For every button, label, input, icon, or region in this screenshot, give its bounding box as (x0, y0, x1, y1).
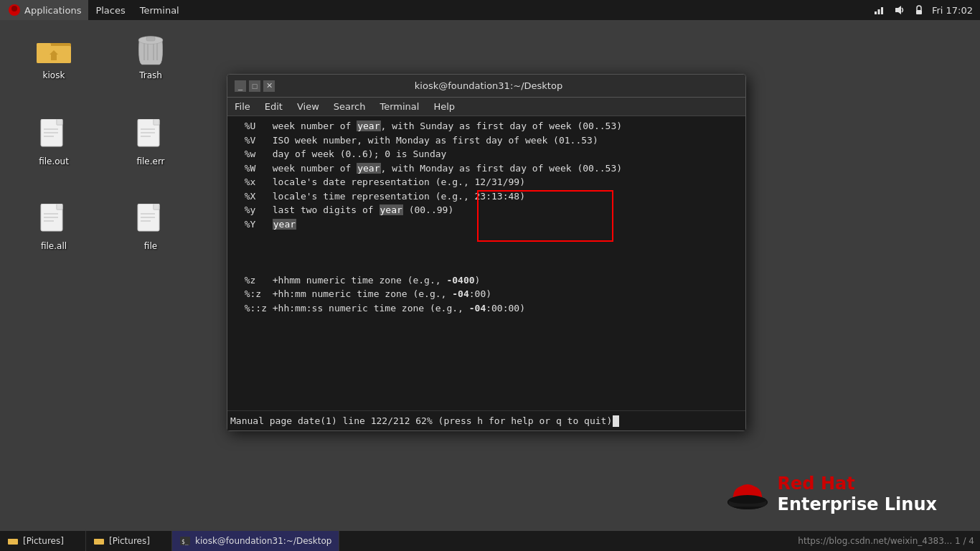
highlight-year-8: year (273, 219, 296, 230)
window-close-button[interactable]: ✕ (263, 80, 275, 92)
terminal-menubar: File Edit View Search Terminal Help (227, 98, 745, 116)
window-maximize-button[interactable]: □ (249, 80, 260, 92)
terminal-menu-help[interactable]: Help (426, 98, 462, 116)
file-all-label: file.all (41, 241, 67, 251)
desktop-icon-trash[interactable]: Trash (118, 29, 183, 85)
desktop-icon-file-out[interactable]: file.out (22, 115, 86, 171)
terminal-menu-terminal[interactable]: Terminal (372, 98, 426, 116)
svg-rect-45 (94, 539, 98, 540)
kiosk-folder-icon (37, 33, 71, 67)
terminal-menu-edit[interactable]: Edit (258, 98, 290, 116)
redhat-hat-icon (726, 475, 769, 514)
network-icon[interactable] (872, 3, 886, 17)
top-menubar: Applications Places Terminal Fri 17:02 (0, 0, 980, 20)
sound-icon[interactable] (892, 3, 906, 17)
highlight-year-4: year (357, 163, 380, 174)
datetime: Fri 17:02 (932, 5, 973, 16)
svg-rect-3 (877, 9, 880, 14)
terminal-menu-file[interactable]: File (227, 98, 258, 116)
term-line-4: %W week number of year, with Monday as f… (233, 161, 740, 176)
file-label: file (144, 241, 157, 251)
cursor (613, 415, 619, 427)
trash-label: Trash (139, 70, 162, 80)
top-bar-left: Applications Places Terminal (0, 0, 187, 20)
svg-point-41 (727, 495, 768, 509)
svg-rect-43 (8, 539, 12, 540)
svg-rect-4 (881, 7, 883, 14)
taskbar-pictures1-label: [Pictures] (23, 536, 64, 546)
desktop-icon-kiosk[interactable]: kiosk (22, 29, 86, 85)
bold-04-1: -04 (452, 288, 468, 299)
terminal-menu[interactable]: Terminal (133, 0, 187, 20)
terminal-content[interactable]: %U week number of year, with Sunday as f… (227, 116, 745, 410)
taskbar-pictures2-label: [Pictures] (109, 536, 150, 546)
svg-rect-30 (57, 204, 62, 209)
term-line-7: %y last two digits of year (00..99) (233, 203, 740, 217)
term-line-11: %::z +hh:mm:ss numeric time zone (e.g., … (233, 301, 740, 316)
desktop-icon-file-all[interactable]: file.all (22, 199, 86, 255)
kiosk-label: kiosk (43, 70, 65, 80)
svg-point-1 (11, 6, 17, 11)
term-line-3: %w day of week (0..6); 0 is Sunday (233, 147, 740, 161)
svg-rect-11 (51, 55, 57, 60)
taskbar-terminal-label: kiosk@foundation31:~/Desktop (195, 536, 331, 546)
svg-rect-9 (37, 43, 51, 47)
applications-menu[interactable]: Applications (0, 0, 88, 20)
lock-icon[interactable] (912, 3, 926, 17)
term-line-1: %U week number of year, with Sunday as f… (233, 119, 740, 133)
taskbar-right: https://blog.csdn.net/weixin_4383... 1 /… (798, 536, 980, 546)
file-err-icon (133, 119, 168, 154)
taskbar-terminal-icon: $_ (179, 535, 191, 547)
taskbar-item-terminal[interactable]: $_ kiosk@foundation31:~/Desktop (172, 531, 339, 551)
desktop-icon-file-err[interactable]: file.err (118, 115, 183, 171)
file-err-label: file.err (136, 156, 164, 166)
term-line-10: %:z +hh:mm numeric time zone (e.g., -04:… (233, 287, 740, 301)
places-menu[interactable]: Places (88, 0, 132, 20)
taskbar-item-pictures2[interactable]: [Pictures] (86, 531, 172, 551)
svg-marker-5 (895, 6, 901, 14)
svg-rect-18 (57, 119, 62, 125)
highlight-year-1: year (357, 121, 380, 131)
terminal-menu-view[interactable]: View (290, 98, 326, 116)
redhat-red-text: Red Hat (778, 474, 855, 494)
term-line-8: %Y year (233, 217, 740, 273)
terminal-menu-search[interactable]: Search (326, 98, 373, 116)
taskbar-folder-icon-1 (7, 535, 19, 547)
window-minimize-button[interactable]: _ (235, 80, 246, 92)
terminal-menu-label: Terminal (140, 5, 179, 16)
svg-rect-36 (154, 204, 159, 209)
redhat-logo: Red Hat Enterprise Linux (726, 474, 937, 515)
redhat-text: Red Hat Enterprise Linux (778, 474, 937, 515)
top-bar-right: Fri 17:02 (872, 3, 980, 17)
bold-0400: -0400 (446, 275, 474, 286)
redhat-text-line2: Enterprise Linux (778, 494, 937, 515)
highlight-year-7: year (380, 204, 403, 215)
svg-rect-15 (146, 37, 155, 41)
terminal-window: _ □ ✕ kiosk@foundation31:~/Desktop File … (227, 74, 746, 431)
desktop-icon-file[interactable]: file (118, 199, 183, 255)
trash-icon (133, 33, 168, 67)
window-controls: _ □ ✕ (233, 80, 275, 92)
svg-rect-24 (154, 119, 159, 125)
taskbar-url-text: https://blog.csdn.net/weixin_4383... 1 /… (798, 536, 974, 546)
file-out-icon (37, 119, 71, 154)
statusbar-text: Manual page date(1) line 122/212 62% (pr… (230, 415, 612, 426)
taskbar: [Pictures] [Pictures] $_ kiosk@foundatio… (0, 531, 980, 551)
taskbar-item-pictures1[interactable]: [Pictures] (0, 531, 86, 551)
file-out-label: file.out (39, 156, 69, 166)
term-line-6: %X locale's time representation (e.g., 2… (233, 189, 740, 204)
applications-label: Applications (24, 5, 81, 16)
places-label: Places (95, 5, 125, 16)
taskbar-folder-icon-2 (93, 535, 105, 547)
terminal-title: kiosk@foundation31:~/Desktop (275, 80, 702, 91)
file-icon (133, 204, 168, 238)
svg-text:$_: $_ (182, 539, 189, 545)
svg-rect-2 (875, 11, 877, 14)
redhat-text-line1: Red Hat (778, 474, 937, 494)
terminal-statusbar: Manual page date(1) line 122/212 62% (pr… (227, 410, 745, 430)
term-line-2: %V ISO week number, with Monday as first… (233, 133, 740, 148)
bold-04-2: -04 (469, 303, 486, 314)
term-line-9: %z +hhmm numeric time zone (e.g., -0400) (233, 273, 740, 288)
terminal-titlebar: _ □ ✕ kiosk@foundation31:~/Desktop (227, 75, 745, 98)
term-line-5: %x locale's date representation (e.g., 1… (233, 175, 740, 189)
